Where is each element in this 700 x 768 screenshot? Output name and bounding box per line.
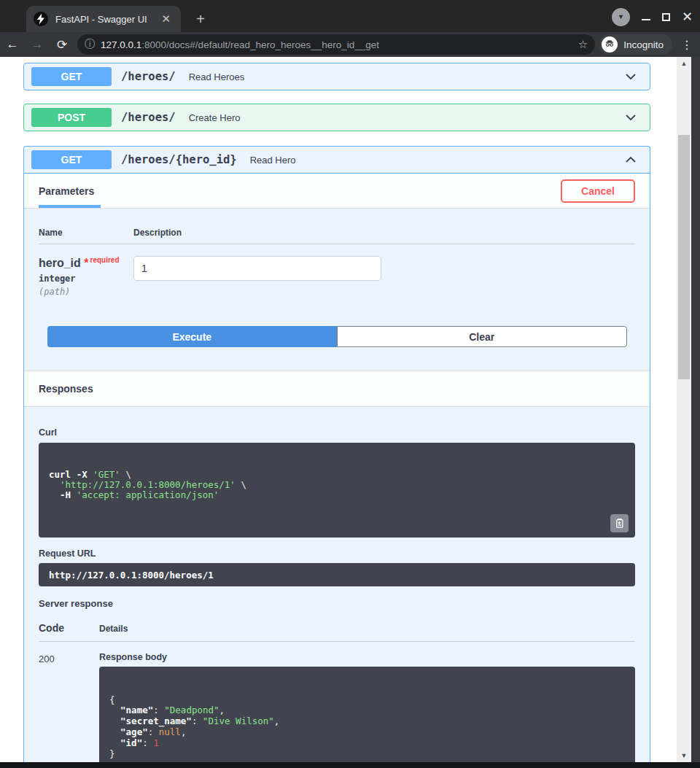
opblock-summary[interactable]: GET /heroes/{hero_id} Read Hero — [24, 147, 650, 174]
scrollbar-thumb[interactable] — [678, 135, 690, 379]
copy-curl-button[interactable] — [610, 514, 629, 532]
responses-title: Responses — [39, 383, 93, 395]
address-bar[interactable]: ⓘ 127.0.0.1:8000/docs#/default/read_hero… — [77, 34, 595, 55]
parameter-location: (path) — [39, 287, 133, 297]
column-header-code: Code — [39, 622, 99, 634]
browser-tab[interactable]: FastAPI - Swagger UI ✕ — [26, 6, 181, 32]
parameter-name: hero_id *required — [39, 256, 133, 270]
parameters-table: Name Description hero_id *required integ… — [24, 209, 650, 326]
response-row: 200 Response body { "name": "Deadpond", … — [39, 652, 635, 762]
chevron-down-icon[interactable] — [619, 69, 642, 84]
curl-code-block: curl -X 'GET' \ 'http://127.0.0.1:8000/h… — [39, 443, 635, 538]
curl-label: Curl — [39, 427, 635, 438]
op-summary-text: Read Hero — [250, 155, 296, 166]
forward-button[interactable]: → — [25, 37, 50, 52]
responses-section: Curl curl -X 'GET' \ 'http://127.0.0.1:8… — [24, 407, 650, 762]
scrollbar-up-arrow[interactable]: ▲ — [677, 58, 691, 69]
opblock-post-heroes[interactable]: POST /heroes/ Create Hero — [23, 104, 650, 131]
parameters-header: Parameters Cancel — [24, 174, 650, 209]
browser-titlebar: FastAPI - Swagger UI ✕ + ▼ ✕ — [0, 0, 700, 32]
scrollbar-down-arrow[interactable]: ▼ — [677, 750, 691, 761]
op-path: /heroes/ — [121, 70, 176, 83]
swagger-page: GET /heroes/ Read Heroes POST /heroes/ C… — [0, 57, 691, 762]
window-close-button[interactable]: ✕ — [682, 10, 693, 23]
fastapi-favicon-icon — [34, 12, 48, 26]
request-url-value: http://127.0.0.1:8000/heroes/1 — [39, 563, 635, 586]
opblock-get-heroes[interactable]: GET /heroes/ Read Heroes — [23, 63, 650, 90]
site-info-icon[interactable]: ⓘ — [85, 38, 95, 51]
url-path: :8000/docs#/default/read_hero_heroes__he… — [141, 39, 379, 50]
response-body-json: { "name": "Deadpond", "secret_name": "Di… — [109, 695, 603, 760]
tab-title: FastAPI - Swagger UI — [55, 14, 158, 25]
status-code: 200 — [39, 652, 99, 762]
incognito-badge: Incognito — [599, 34, 672, 55]
hero-id-input[interactable] — [133, 256, 381, 281]
response-body-label: Response body — [99, 652, 635, 662]
parameters-tab-underline — [39, 205, 101, 208]
chevron-down-icon[interactable] — [619, 110, 642, 125]
execute-button[interactable]: Execute — [47, 326, 337, 347]
caret-down-icon: ▼ — [618, 13, 624, 20]
op-summary-text: Create Hero — [189, 112, 241, 123]
column-header-details: Details — [99, 624, 128, 634]
curl-command: curl -X 'GET' \ 'http://127.0.0.1:8000/h… — [49, 470, 603, 500]
browser-menu-button[interactable]: ⋮ — [677, 38, 697, 52]
required-label: required — [90, 256, 119, 264]
url-text: 127.0.0.1:8000/docs#/default/read_hero_h… — [101, 39, 379, 50]
request-url-label: Request URL — [39, 548, 635, 559]
method-badge-get: GET — [31, 67, 112, 86]
parameter-row: hero_id *required integer (path) — [39, 244, 635, 326]
op-summary-text: Read Heroes — [189, 71, 245, 82]
url-host: 127.0.0.1 — [101, 39, 141, 50]
window-bottom-border — [0, 762, 700, 768]
responses-header: Responses — [24, 371, 650, 407]
window-minimize-button[interactable] — [642, 19, 650, 20]
required-asterisk: * — [84, 257, 88, 269]
reload-button[interactable]: ⟳ — [50, 37, 74, 53]
parameter-type: integer — [39, 274, 133, 284]
method-badge-post: POST — [31, 108, 112, 127]
execute-wrapper: Execute Clear — [24, 326, 650, 347]
opblock-get-hero-by-id: GET /heroes/{hero_id} Read Hero Paramete… — [23, 146, 650, 762]
parameters-title: Parameters — [39, 185, 94, 197]
column-header-description: Description — [133, 228, 182, 238]
page-scrollbar[interactable]: ▲ ▼ — [677, 57, 691, 762]
window-maximize-button[interactable] — [662, 13, 670, 21]
incognito-label: Incognito — [623, 39, 664, 50]
browser-toolbar: ← → ⟳ ⓘ 127.0.0.1:8000/docs#/default/rea… — [0, 32, 700, 57]
new-tab-button[interactable]: + — [191, 10, 210, 29]
incognito-icon — [602, 36, 618, 53]
op-path: /heroes/ — [121, 111, 176, 124]
chevron-up-icon[interactable] — [619, 152, 642, 167]
cancel-button[interactable]: Cancel — [561, 179, 635, 203]
column-header-name: Name — [39, 228, 133, 238]
tab-close-icon[interactable]: ✕ — [158, 12, 174, 26]
clear-button[interactable]: Clear — [337, 326, 628, 347]
response-body-block: { "name": "Deadpond", "secret_name": "Di… — [99, 667, 635, 762]
back-button[interactable]: ← — [0, 37, 25, 52]
window-menu-button[interactable]: ▼ — [612, 8, 630, 26]
server-response-label: Server response — [39, 598, 635, 609]
bookmark-star-icon[interactable]: ☆ — [572, 38, 588, 51]
window-right-border — [691, 57, 700, 768]
op-path: /heroes/{hero_id} — [121, 153, 237, 166]
method-badge-get: GET — [31, 150, 112, 169]
